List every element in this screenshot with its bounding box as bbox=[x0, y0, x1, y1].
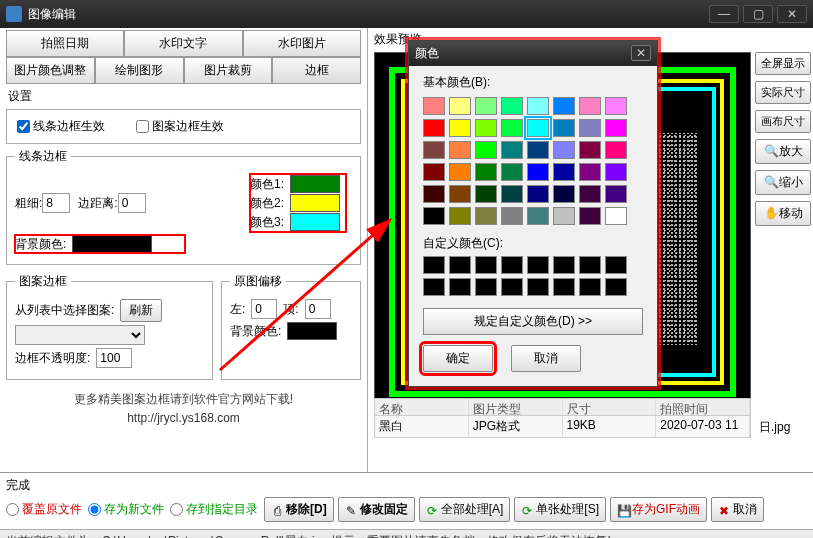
palette-cell[interactable] bbox=[501, 97, 523, 115]
move-button[interactable]: ✋移动 bbox=[755, 201, 811, 226]
palette-cell[interactable] bbox=[605, 207, 627, 225]
chk-pattern-border[interactable] bbox=[136, 120, 149, 133]
custom-color-cell[interactable] bbox=[423, 256, 445, 274]
tab-draw[interactable]: 绘制图形 bbox=[95, 57, 184, 83]
palette-cell[interactable] bbox=[449, 97, 471, 115]
custom-color-cell[interactable] bbox=[449, 256, 471, 274]
palette-cell[interactable] bbox=[423, 97, 445, 115]
offset-left-input[interactable] bbox=[251, 299, 277, 319]
palette-cell[interactable] bbox=[423, 119, 445, 137]
palette-cell[interactable] bbox=[605, 97, 627, 115]
refresh-button[interactable]: 刷新 bbox=[120, 299, 162, 322]
color-dialog-close[interactable]: ✕ bbox=[631, 45, 651, 61]
palette-cell[interactable] bbox=[553, 119, 575, 137]
palette-cell[interactable] bbox=[423, 141, 445, 159]
color-cancel-button[interactable]: 取消 bbox=[511, 345, 581, 372]
palette-cell[interactable] bbox=[605, 141, 627, 159]
palette-cell[interactable] bbox=[501, 141, 523, 159]
custom-color-cell[interactable] bbox=[553, 256, 575, 274]
canvas-size-button[interactable]: 画布尺寸 bbox=[755, 110, 811, 133]
palette-cell[interactable] bbox=[423, 207, 445, 225]
palette-cell[interactable] bbox=[501, 185, 523, 203]
palette-cell[interactable] bbox=[423, 163, 445, 181]
palette-cell[interactable] bbox=[449, 163, 471, 181]
tab-color-adjust[interactable]: 图片颜色调整 bbox=[6, 57, 95, 83]
custom-color-cell[interactable] bbox=[579, 256, 601, 274]
custom-color-cell[interactable] bbox=[501, 256, 523, 274]
custom-color-cell[interactable] bbox=[579, 278, 601, 296]
zoom-out-button[interactable]: 🔍缩小 bbox=[755, 170, 811, 195]
palette-cell[interactable] bbox=[527, 185, 549, 203]
color1-swatch[interactable] bbox=[290, 175, 340, 193]
custom-color-cell[interactable] bbox=[475, 278, 497, 296]
custom-color-cell[interactable] bbox=[527, 256, 549, 274]
radio-overwrite-label[interactable]: 覆盖原文件 bbox=[6, 501, 82, 518]
color2-swatch[interactable] bbox=[290, 194, 340, 212]
palette-cell[interactable] bbox=[605, 163, 627, 181]
tab-text-watermark[interactable]: 水印文字 bbox=[124, 30, 242, 56]
palette-cell[interactable] bbox=[553, 141, 575, 159]
fix-button[interactable]: ✎修改固定 bbox=[338, 497, 415, 522]
palette-cell[interactable] bbox=[501, 207, 523, 225]
palette-cell[interactable] bbox=[605, 119, 627, 137]
maximize-button[interactable]: ▢ bbox=[743, 5, 773, 23]
palette-cell[interactable] bbox=[449, 207, 471, 225]
palette-cell[interactable] bbox=[553, 207, 575, 225]
zoom-in-button[interactable]: 🔍放大 bbox=[755, 139, 811, 164]
palette-cell[interactable] bbox=[579, 97, 601, 115]
custom-color-cell[interactable] bbox=[423, 278, 445, 296]
tab-date[interactable]: 拍照日期 bbox=[6, 30, 124, 56]
palette-cell[interactable] bbox=[553, 163, 575, 181]
chk-line-border[interactable] bbox=[17, 120, 30, 133]
tab-border[interactable]: 边框 bbox=[272, 57, 361, 83]
palette-cell[interactable] bbox=[475, 163, 497, 181]
custom-color-cell[interactable] bbox=[605, 256, 627, 274]
radio-saveas-label[interactable]: 存为新文件 bbox=[88, 501, 164, 518]
save-gif-button[interactable]: 💾存为GIF动画 bbox=[610, 497, 707, 522]
palette-cell[interactable] bbox=[423, 185, 445, 203]
custom-color-cell[interactable] bbox=[501, 278, 523, 296]
custom-color-cell[interactable] bbox=[449, 278, 471, 296]
palette-cell[interactable] bbox=[475, 185, 497, 203]
palette-cell[interactable] bbox=[449, 119, 471, 137]
actual-size-button[interactable]: 实际尺寸 bbox=[755, 81, 811, 104]
custom-color-cell[interactable] bbox=[553, 278, 575, 296]
margin-input[interactable] bbox=[118, 193, 146, 213]
bgcolor-swatch[interactable] bbox=[72, 235, 152, 253]
tab-image-watermark[interactable]: 水印图片 bbox=[243, 30, 361, 56]
process-single-button[interactable]: ⟳单张处理[S] bbox=[514, 497, 606, 522]
custom-color-cell[interactable] bbox=[527, 278, 549, 296]
palette-cell[interactable] bbox=[501, 163, 523, 181]
process-all-button[interactable]: ⟳全部处理[A] bbox=[419, 497, 511, 522]
palette-cell[interactable] bbox=[449, 141, 471, 159]
palette-cell[interactable] bbox=[553, 185, 575, 203]
radio-saveas[interactable] bbox=[88, 503, 101, 516]
palette-cell[interactable] bbox=[605, 185, 627, 203]
tab-crop[interactable]: 图片裁剪 bbox=[184, 57, 273, 83]
cancel-button[interactable]: ✖取消 bbox=[711, 497, 764, 522]
fullscreen-button[interactable]: 全屏显示 bbox=[755, 52, 811, 75]
palette-cell[interactable] bbox=[527, 119, 549, 137]
opacity-input[interactable] bbox=[96, 348, 132, 368]
pattern-bg-swatch[interactable] bbox=[287, 322, 337, 340]
palette-cell[interactable] bbox=[579, 163, 601, 181]
palette-cell[interactable] bbox=[449, 185, 471, 203]
chk-pattern-border-label[interactable]: 图案边框生效 bbox=[136, 119, 224, 133]
palette-cell[interactable] bbox=[475, 119, 497, 137]
radio-savedir-label[interactable]: 存到指定目录 bbox=[170, 501, 258, 518]
palette-cell[interactable] bbox=[475, 141, 497, 159]
remove-button[interactable]: ⎙移除[D] bbox=[264, 497, 334, 522]
palette-cell[interactable] bbox=[579, 185, 601, 203]
palette-cell[interactable] bbox=[579, 119, 601, 137]
palette-cell[interactable] bbox=[475, 97, 497, 115]
color3-swatch[interactable] bbox=[290, 213, 340, 231]
palette-cell[interactable] bbox=[527, 97, 549, 115]
chk-line-border-label[interactable]: 线条边框生效 bbox=[17, 119, 105, 133]
pattern-select[interactable] bbox=[15, 325, 145, 345]
custom-color-cell[interactable] bbox=[605, 278, 627, 296]
palette-cell[interactable] bbox=[501, 119, 523, 137]
palette-cell[interactable] bbox=[527, 207, 549, 225]
minimize-button[interactable]: — bbox=[709, 5, 739, 23]
palette-cell[interactable] bbox=[579, 207, 601, 225]
close-button[interactable]: ✕ bbox=[777, 5, 807, 23]
